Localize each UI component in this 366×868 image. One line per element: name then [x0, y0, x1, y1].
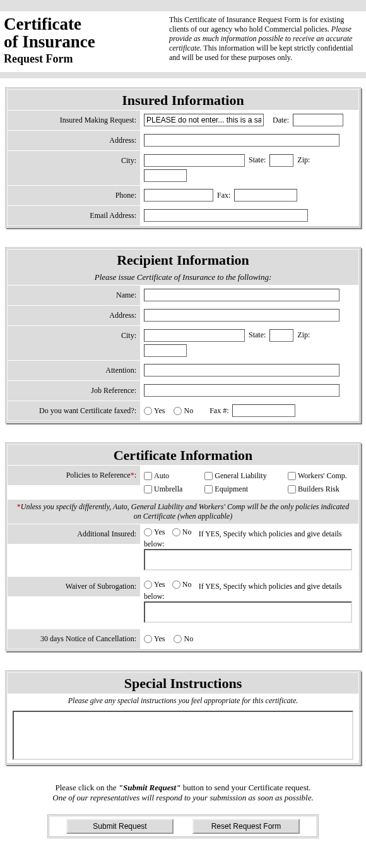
input-recipient-state[interactable] — [269, 329, 293, 342]
input-fax[interactable] — [234, 189, 297, 202]
label-notice: 30 days Notice of Cancellation: — [8, 629, 140, 649]
check-equipment[interactable]: Equipment — [204, 485, 278, 494]
page-title: Certificate of Insurance Request Form — [4, 15, 162, 66]
policies-note: *Unless you specify differently, Auto, G… — [8, 500, 358, 524]
input-recipient-zip[interactable] — [144, 344, 187, 357]
label-date: Date: — [273, 116, 289, 125]
input-city[interactable] — [144, 154, 245, 167]
special-title: Special Instructions — [8, 673, 358, 693]
label-address: Address: — [8, 131, 140, 150]
input-recipient-name[interactable] — [144, 289, 339, 301]
row-phone: Phone: Fax: — [8, 185, 358, 205]
label-recipient-name: Name: — [8, 286, 140, 305]
label-state: State: — [249, 155, 266, 165]
row-wantfax: Do you want Certificate faxed?: Yes No F… — [8, 401, 358, 421]
check-gl[interactable]: General Liability — [204, 471, 278, 481]
row-requestor: Insured Making Request: Date: — [8, 110, 358, 130]
recipient-title: Recipient Information — [8, 250, 358, 270]
row-notice: 30 days Notice of Cancellation: Yes No — [8, 629, 358, 649]
input-recipient-address[interactable] — [144, 309, 339, 322]
input-email[interactable] — [144, 209, 308, 222]
label-jobref: Job Reference: — [8, 381, 140, 401]
input-address[interactable] — [144, 134, 339, 147]
check-auto[interactable]: Auto — [144, 471, 194, 481]
row-recipient-name: Name: — [8, 285, 358, 305]
radio-waiver-no[interactable]: No — [172, 580, 192, 589]
label-waiver: Waiver of Subrogation: — [8, 577, 140, 596]
textarea-waiver[interactable] — [144, 601, 352, 623]
label-recipient-state: State: — [249, 330, 266, 340]
top-bar — [0, 0, 366, 11]
insured-panel: Insured Information Insured Making Reque… — [5, 87, 361, 228]
input-faxno[interactable] — [232, 404, 295, 417]
title-line3: Request Form — [4, 52, 162, 66]
separator — [0, 72, 366, 78]
radio-ai-no[interactable]: No — [172, 527, 192, 537]
title-line2: of Insurance — [4, 33, 162, 51]
desc-pre: This Certificate of Insurance Request Fo… — [169, 15, 344, 33]
label-additional-insured: Additional Insured: — [8, 524, 140, 544]
radio-waiver-yes[interactable]: Yes — [144, 580, 165, 589]
footer-line1-bold: "Submit Request" — [119, 783, 181, 792]
recipient-subtitle: Please issue Certificate of Insurance to… — [8, 270, 358, 285]
label-wantfax: Do you want Certificate faxed?: — [8, 401, 140, 421]
footer-line1-post: button to send your Certificate request. — [180, 783, 310, 792]
insured-title: Insured Information — [8, 90, 358, 110]
header: Certificate of Insurance Request Form Th… — [0, 11, 366, 71]
row-city: City: State: Zip: — [8, 150, 358, 185]
input-attention[interactable] — [144, 364, 339, 377]
label-recipient-address: Address: — [8, 306, 140, 325]
radio-notice-yes[interactable]: Yes — [144, 634, 165, 644]
title-line1: Certificate — [4, 15, 162, 33]
radio-ai-yes[interactable]: Yes — [144, 527, 165, 537]
header-description: This Certificate of Insurance Request Fo… — [162, 15, 362, 66]
radio-wantfax-yes[interactable]: Yes — [144, 406, 165, 416]
label-fax: Fax: — [217, 191, 230, 200]
button-bar: Submit Request Reset Request Form — [47, 814, 319, 838]
recipient-panel: Recipient Information Please issue Certi… — [5, 247, 361, 423]
input-phone[interactable] — [144, 189, 213, 202]
label-zip: Zip: — [297, 155, 310, 165]
reset-button[interactable]: Reset Request Form — [192, 819, 300, 834]
check-wc[interactable]: Workers' Comp. — [288, 471, 350, 481]
row-address: Address: — [8, 130, 358, 150]
input-requestor[interactable] — [144, 114, 264, 126]
label-email: Email Address: — [8, 206, 140, 226]
check-umbrella[interactable]: Umbrella — [144, 485, 194, 494]
row-recipient-address: Address: — [8, 305, 358, 325]
textarea-additional-insured[interactable] — [144, 549, 352, 570]
input-state[interactable] — [269, 154, 293, 167]
input-recipient-city[interactable] — [144, 329, 245, 342]
check-builders[interactable]: Builders Risk — [288, 485, 350, 494]
row-jobref: Job Reference: — [8, 380, 358, 401]
row-additional-insured: Additional Insured: Yes No If YES, Speci… — [8, 524, 358, 576]
label-faxno: Fax #: — [210, 406, 228, 416]
label-recipient-city: City: — [8, 326, 140, 360]
special-subtitle: Please give any special instructions you… — [8, 693, 358, 708]
certificate-panel: Certificate Information Policies to Refe… — [5, 442, 361, 651]
label-phone: Phone: — [8, 186, 140, 205]
textarea-special[interactable] — [13, 711, 353, 760]
row-attention: Attention: — [8, 360, 358, 380]
input-date[interactable] — [293, 114, 343, 126]
certificate-title: Certificate Information — [8, 445, 358, 465]
radio-wantfax-no[interactable]: No — [174, 406, 193, 416]
row-email: Email Address: — [8, 205, 358, 226]
label-city: City: — [8, 151, 140, 185]
input-zip[interactable] — [144, 169, 187, 182]
submit-button[interactable]: Submit Request — [66, 819, 174, 834]
radio-notice-no[interactable]: No — [174, 634, 193, 644]
label-requestor: Insured Making Request: — [8, 111, 140, 130]
label-attention: Attention: — [8, 361, 140, 380]
footer-text: Please click on the "Submit Request" but… — [0, 765, 366, 805]
row-policies: Policies to Reference*: Auto General Lia… — [8, 465, 358, 500]
special-panel: Special Instructions Please give any spe… — [5, 670, 361, 765]
label-policies: Policies to Reference*: — [8, 466, 140, 485]
input-jobref[interactable] — [144, 384, 339, 397]
label-recipient-zip: Zip: — [297, 330, 310, 340]
row-recipient-city: City: State: Zip: — [8, 325, 358, 360]
footer-line1-pre: Please click on the — [55, 783, 118, 792]
footer-line2: One of our representatives will respond … — [52, 793, 313, 802]
row-waiver: Waiver of Subrogation: Yes No If YES, Sp… — [8, 576, 358, 629]
